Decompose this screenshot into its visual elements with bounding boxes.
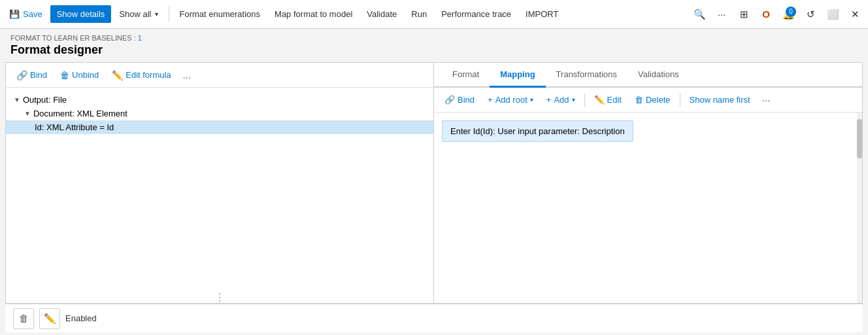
performance-trace-button[interactable]: Performance trace <box>435 5 518 23</box>
mapping-area: Enter Id(Id): User input parameter: Desc… <box>434 113 862 303</box>
right-delete-button[interactable]: 🗑 Delete <box>629 92 676 107</box>
show-details-button[interactable]: Show details <box>50 5 112 23</box>
bottom-delete-icon: 🗑 <box>19 313 29 324</box>
notification-button[interactable]: 🔔 0 <box>778 4 799 25</box>
right-edit-icon: ✏️ <box>594 95 605 105</box>
maximize-button[interactable]: ⬜ <box>822 4 843 25</box>
left-panel-toolbar: 🔗 Bind 🗑 Unbind ✏️ Edit formula ... <box>6 63 433 88</box>
tabs-bar: Format Mapping Transformations Validatio… <box>434 63 862 88</box>
more-options-button[interactable]: ··· <box>711 4 732 25</box>
right-delete-icon: 🗑 <box>635 95 643 105</box>
refresh-button[interactable]: ↺ <box>800 4 821 25</box>
right-edit-button[interactable]: ✏️ Edit <box>589 92 627 107</box>
bottom-edit-button[interactable]: ✏️ <box>39 308 60 329</box>
add-icon: + <box>546 95 552 105</box>
page-header: FORMAT TO LEARN ER BASELINES : 1 Format … <box>0 29 868 60</box>
more-icon: ··· <box>718 9 726 20</box>
vertical-dots-icon[interactable]: ⋮ <box>214 291 225 304</box>
toolbar-separator-1 <box>169 7 169 22</box>
right-toolbar-sep <box>584 94 585 107</box>
scrollbar-track <box>857 113 862 303</box>
grid-icon: ⊞ <box>740 9 748 20</box>
right-more-button[interactable]: ··· <box>758 92 775 108</box>
map-format-to-model-button[interactable]: Map format to model <box>268 5 359 23</box>
notification-wrapper: 🔔 0 <box>778 4 799 25</box>
left-toolbar-more-button[interactable]: ... <box>179 67 195 83</box>
unbind-icon: 🗑 <box>60 70 69 80</box>
left-more-icon: ... <box>183 69 192 80</box>
unbind-button[interactable]: 🗑 Unbind <box>55 67 104 83</box>
left-panel: 🔗 Bind 🗑 Unbind ✏️ Edit formula ... <box>5 62 434 304</box>
bottom-strip: 🗑 ✏️ Enabled <box>5 304 863 332</box>
bind-button[interactable]: 🔗 Bind <box>11 67 52 83</box>
office-button[interactable]: O <box>756 4 776 25</box>
search-icon: 🔍 <box>693 9 706 20</box>
add-dropdown-icon: ▾ <box>572 96 575 103</box>
content-area: 🔗 Bind 🗑 Unbind ✏️ Edit formula ... <box>0 60 868 304</box>
search-button[interactable]: 🔍 <box>689 4 710 25</box>
main-toolbar: 💾 Save Show details Show all ▾ Format en… <box>0 0 868 29</box>
tab-validations[interactable]: Validations <box>627 63 690 88</box>
main-content: FORMAT TO LEARN ER BASELINES : 1 Format … <box>0 29 868 335</box>
format-enumerations-button[interactable]: Format enumerations <box>173 5 267 23</box>
tab-format[interactable]: Format <box>442 63 490 88</box>
save-button[interactable]: 💾 Save <box>3 5 49 23</box>
office-icon: O <box>762 9 770 20</box>
right-bind-button[interactable]: 🔗 Bind <box>439 92 480 107</box>
show-name-first-button[interactable]: Show name first <box>684 92 756 107</box>
breadcrumb-text: FORMAT TO LEARN ER BASELINES : <box>10 34 136 42</box>
page-title: Format designer <box>10 43 858 57</box>
show-all-button[interactable]: Show all ▾ <box>112 5 164 23</box>
right-panel-toolbar: 🔗 Bind + Add root ▾ + Add ▾ ✏️ Edit <box>434 88 862 113</box>
right-panel: Format Mapping Transformations Validatio… <box>434 62 863 304</box>
tab-mapping[interactable]: Mapping <box>490 63 545 88</box>
status-badge: Enabled <box>65 313 97 323</box>
run-button[interactable]: Run <box>405 5 433 23</box>
notification-badge: 0 <box>786 7 796 17</box>
collapse-arrow-0: ▼ <box>14 96 20 103</box>
tree-area: ▼ Output: File ▼ Document: XML Element I… <box>6 88 433 283</box>
maximize-icon: ⬜ <box>827 9 839 20</box>
resize-handle-area: ⋮ <box>6 283 433 303</box>
tree-node-document[interactable]: ▼ Document: XML Element <box>6 107 433 120</box>
bottom-delete-button[interactable]: 🗑 <box>13 308 34 329</box>
refresh-icon: ↺ <box>807 9 815 20</box>
bottom-edit-icon: ✏️ <box>44 313 56 325</box>
tree-node-id[interactable]: Id: XML Attribute = Id <box>6 120 433 134</box>
show-all-dropdown-icon: ▾ <box>155 10 158 18</box>
import-button[interactable]: IMPORT <box>519 5 565 23</box>
save-icon: 💾 <box>9 9 20 19</box>
bind-icon: 🔗 <box>16 70 27 80</box>
tab-transformations[interactable]: Transformations <box>546 63 627 88</box>
right-bind-icon: 🔗 <box>444 95 455 105</box>
tree-node-output-file[interactable]: ▼ Output: File <box>6 93 433 107</box>
validate-button[interactable]: Validate <box>360 5 403 23</box>
add-root-button[interactable]: + Add root ▾ <box>482 92 539 107</box>
mapping-item[interactable]: Enter Id(Id): User input parameter: Desc… <box>442 120 633 142</box>
edit-formula-button[interactable]: ✏️ Edit formula <box>107 67 176 83</box>
tree-node-label-0: Output: File <box>23 95 67 105</box>
close-icon: ✕ <box>851 9 860 20</box>
breadcrumb-link[interactable]: 1 <box>138 34 142 42</box>
grid-button[interactable]: ⊞ <box>733 4 754 25</box>
add-root-icon: + <box>488 95 493 105</box>
right-more-icon: ··· <box>762 94 771 105</box>
add-root-dropdown-icon: ▾ <box>530 96 533 103</box>
breadcrumb: FORMAT TO LEARN ER BASELINES : 1 <box>10 34 858 42</box>
add-button[interactable]: + Add ▾ <box>541 92 580 107</box>
tree-node-label-1: Document: XML Element <box>33 109 127 118</box>
collapse-arrow-1: ▼ <box>24 110 31 117</box>
scrollbar-thumb[interactable] <box>857 119 862 158</box>
tree-node-label-2: Id: XML Attribute = Id <box>35 122 114 132</box>
edit-formula-icon: ✏️ <box>112 70 123 80</box>
right-toolbar-sep-2 <box>680 94 680 107</box>
close-button[interactable]: ✕ <box>844 4 865 25</box>
